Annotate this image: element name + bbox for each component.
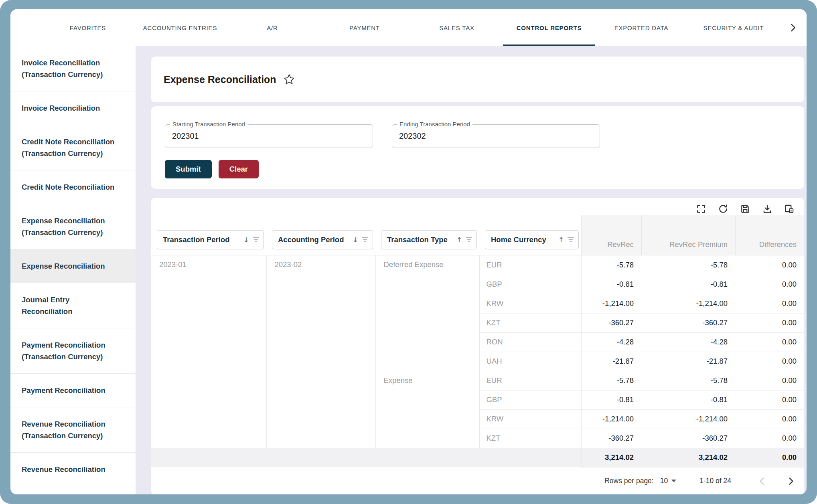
column-label: Home Currency xyxy=(491,235,546,244)
filter-icon[interactable] xyxy=(567,237,574,243)
sidebar-item-label: Revenue Reconciliation xyxy=(22,464,105,475)
cell-differences: 0.00 xyxy=(735,390,804,409)
cell-revrec: -0.81 xyxy=(581,390,641,409)
ending-transaction-period-field[interactable]: Ending Transaction Period 202302 xyxy=(392,124,600,148)
sort-desc-icon: ↓ xyxy=(243,236,249,244)
cell-revrec: -4.28 xyxy=(581,332,641,352)
filter-fields: Starting Transaction Period 202301 Endin… xyxy=(165,124,804,148)
table-body: 2023-012023-02Deferred ExpenseEUR-5.78-5… xyxy=(151,255,804,448)
column-header-revrec-premium: RevRec Premium xyxy=(641,215,735,255)
star-outline-icon xyxy=(283,73,295,85)
column-label: Transaction Period xyxy=(163,235,230,244)
ending-transaction-period-label: Ending Transaction Period xyxy=(397,121,472,128)
cell-differences: 0.00 xyxy=(735,352,804,371)
sidebar-item[interactable]: Revenue Reconciliation xyxy=(10,453,136,486)
cell-revrec: -360.27 xyxy=(581,313,641,332)
sidebar-item[interactable]: Credit Note Reconciliation (Transaction … xyxy=(10,125,136,170)
favorite-button[interactable] xyxy=(283,73,295,85)
cell-revrec-premium: -360.27 xyxy=(641,429,735,448)
cell-revrec-premium: -21.87 xyxy=(641,352,735,371)
filter-actions: Submit Clear xyxy=(165,160,804,178)
download-icon xyxy=(762,204,772,214)
cell-revrec: -1,214.00 xyxy=(581,294,641,313)
sidebar-item-label: Credit Note Reconciliation (Transaction … xyxy=(22,136,115,159)
nav-overflow-button[interactable] xyxy=(787,22,799,33)
refresh-button[interactable] xyxy=(718,204,728,214)
page-title: Expense Reconciliation xyxy=(164,74,276,85)
column-label: Transaction Type xyxy=(387,235,448,244)
cell-differences: 0.00 xyxy=(735,275,804,294)
starting-transaction-period-field[interactable]: Starting Transaction Period 202301 xyxy=(165,124,373,148)
tab-sales-tax[interactable]: SALES TAX xyxy=(411,9,503,46)
tab-payment[interactable]: PAYMENT xyxy=(318,9,411,46)
sidebar-item[interactable]: Expense Reconciliation xyxy=(10,249,136,283)
filter-card: Starting Transaction Period 202301 Endin… xyxy=(151,106,804,189)
cell-revrec-premium: -5.78 xyxy=(641,371,735,390)
filter-icon[interactable] xyxy=(361,237,369,243)
tab-control-reports[interactable]: CONTROL REPORTS xyxy=(503,9,595,46)
title-card: Expense Reconciliation xyxy=(151,57,804,102)
table-row: 2023-012023-02Deferred ExpenseEUR-5.78-5… xyxy=(151,255,804,275)
column-header-differences: Differences xyxy=(735,215,804,255)
cell-revrec-premium: -0.81 xyxy=(641,390,735,409)
filter-icon[interactable] xyxy=(252,237,259,243)
cell-home-currency: EUR xyxy=(479,255,581,275)
sidebar-item[interactable]: Revenue Reconciliation (Transaction Curr… xyxy=(10,407,136,453)
sidebar-item-label: Journal Entry Reconciliation xyxy=(22,294,115,317)
sidebar-item[interactable]: Invoice Reconciliation (Transaction Curr… xyxy=(10,46,136,91)
pages-button[interactable] xyxy=(784,204,795,214)
fullscreen-button[interactable] xyxy=(696,204,706,214)
filter-icon[interactable] xyxy=(465,237,472,243)
sidebar-item[interactable]: Credit Note Reconciliation xyxy=(10,170,136,204)
sidebar-item[interactable]: Payment Reconciliation (Transaction Curr… xyxy=(10,328,136,374)
app-page: FAVORITESACCOUNTING ENTRIESA/RPAYMENTSAL… xyxy=(10,9,807,494)
chevron-left-icon xyxy=(757,476,767,486)
sidebar-item[interactable]: Invoice Reconciliation xyxy=(10,91,136,125)
ending-transaction-period-value: 202302 xyxy=(392,125,600,147)
sidebar-item[interactable]: Payment Reconciliation xyxy=(10,374,136,407)
cell-transaction-type: Expense xyxy=(375,371,479,448)
column-header-home-currency[interactable]: Home Currency ↑ xyxy=(485,230,579,249)
submit-button[interactable]: Submit xyxy=(165,160,212,178)
clear-button[interactable]: Clear xyxy=(219,160,259,178)
caret-down-icon xyxy=(671,480,676,482)
sidebar-item[interactable]: Expense Reconciliation (Transaction Curr… xyxy=(10,204,136,249)
sidebar-item-label: Expense Reconciliation xyxy=(22,260,105,272)
chevron-right-icon xyxy=(787,22,799,33)
sidebar-item-label: Revenue Reconciliation (Transaction Curr… xyxy=(22,418,115,441)
cell-differences: 0.00 xyxy=(735,429,804,448)
table-footer: 3,214.02 3,214.02 0.00 xyxy=(151,448,804,467)
sort-desc-icon: ↓ xyxy=(353,236,358,244)
column-header-accounting-period[interactable]: Accounting Period ↓ xyxy=(272,230,373,249)
total-revrec-premium: 3,214.02 xyxy=(641,448,735,467)
cell-home-currency: GBP xyxy=(479,275,581,294)
sidebar-item[interactable]: Journal Entry Reconciliation xyxy=(10,283,136,328)
cell-differences: 0.00 xyxy=(735,409,804,429)
sidebar-item-label: Invoice Reconciliation xyxy=(22,102,100,114)
tab-favorites[interactable]: FAVORITES xyxy=(42,9,134,46)
save-icon xyxy=(740,204,750,214)
app-frame: FAVORITESACCOUNTING ENTRIESA/RPAYMENTSAL… xyxy=(0,0,817,504)
cell-revrec-premium: -360.27 xyxy=(641,313,735,332)
table-toolbar xyxy=(151,198,804,215)
cell-differences: 0.00 xyxy=(735,294,804,313)
data-grid: 2023-012023-02Deferred ExpenseEUR-5.78-5… xyxy=(151,255,804,468)
cell-revrec: -1,214.00 xyxy=(581,409,641,429)
cell-revrec: -0.81 xyxy=(581,275,641,294)
next-page-button[interactable] xyxy=(784,474,798,488)
tab-security-audit[interactable]: SECURITY & AUDIT xyxy=(687,9,780,46)
column-header-cell: Transaction Type ↑ xyxy=(375,215,479,255)
rows-per-page-select[interactable]: 10 xyxy=(660,477,676,485)
cell-revrec: -360.27 xyxy=(581,429,641,448)
save-button[interactable] xyxy=(740,204,750,214)
column-header-transaction-type[interactable]: Transaction Type ↑ xyxy=(381,230,477,249)
tab-a-r[interactable]: A/R xyxy=(226,9,318,46)
tab-exported-data[interactable]: EXPORTED DATA xyxy=(595,9,687,46)
download-button[interactable] xyxy=(762,204,772,214)
previous-page-button[interactable] xyxy=(755,474,769,488)
report-table-card: Transaction Period ↓ Accounting Period ↓ xyxy=(151,198,804,494)
column-header-cell: Transaction Period ↓ xyxy=(151,215,266,255)
tab-accounting-entries[interactable]: ACCOUNTING ENTRIES xyxy=(134,9,226,46)
column-header-transaction-period[interactable]: Transaction Period ↓ xyxy=(157,230,264,249)
cell-differences: 0.00 xyxy=(735,371,804,390)
